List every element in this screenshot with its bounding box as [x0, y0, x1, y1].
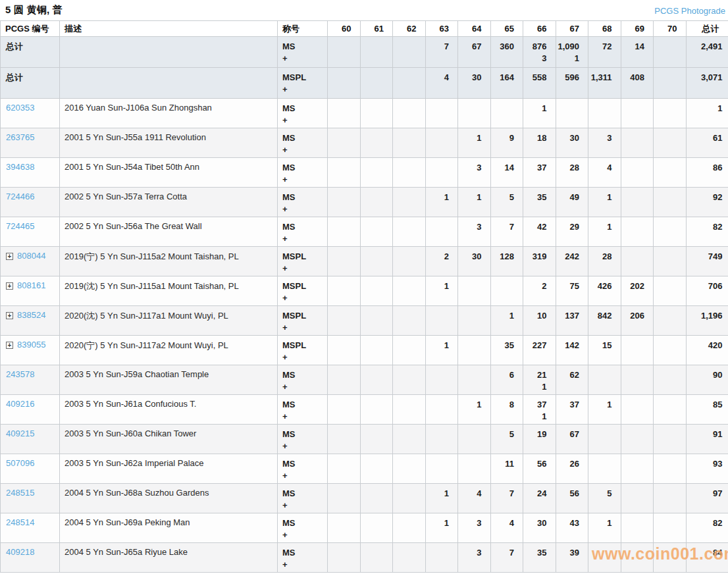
- grade-cell-64: 4: [458, 484, 491, 513]
- grade-cell-64: 3: [458, 217, 491, 247]
- grade-count: 30: [459, 72, 482, 84]
- grade-cell-63: 1: [425, 336, 458, 365]
- expand-icon[interactable]: +: [6, 312, 13, 319]
- designation-cell: MS+: [278, 99, 328, 128]
- designation-label: MS: [282, 132, 323, 144]
- grade-cell-61: [360, 217, 393, 247]
- grade-count: [394, 162, 417, 174]
- grade-cell-69: [621, 247, 654, 276]
- grade-count: 4: [459, 488, 482, 500]
- grade-count: [394, 41, 417, 53]
- designation-plus-label: +: [282, 411, 323, 423]
- grade-cell-70: [654, 306, 687, 336]
- total-cell: 91: [686, 425, 728, 454]
- expand-icon[interactable]: +: [6, 342, 13, 349]
- description-cell: 2020(宁) 5 Yn Sun-J117a2 Mount Wuyi, PL: [60, 336, 278, 365]
- grade-count: 1: [590, 399, 612, 411]
- pcgs-number-link[interactable]: 838524: [17, 310, 45, 320]
- header-designation: 称号: [278, 21, 328, 37]
- total-cell: 97: [686, 484, 728, 513]
- pcgs-number-link[interactable]: 409215: [6, 429, 34, 438]
- expand-icon[interactable]: +: [6, 253, 13, 260]
- grade-cell-61: [360, 68, 393, 99]
- designation-cell: MS+: [278, 395, 328, 425]
- pcgs-number-link[interactable]: 724466: [6, 192, 34, 201]
- grade-count: 426: [590, 280, 612, 292]
- designation-cell: MSPL+: [278, 276, 328, 306]
- designation-label: MSPL: [282, 340, 323, 352]
- grade-cell-70: [654, 188, 687, 217]
- grade-cell-63: 1: [425, 276, 458, 306]
- pcgs-number-link[interactable]: 507096: [6, 458, 34, 468]
- grade-count: 2: [427, 251, 450, 263]
- grade-count: [362, 369, 384, 381]
- pcgs-number-link[interactable]: 808044: [17, 251, 45, 261]
- designation-plus-label: +: [282, 559, 323, 571]
- grade-cell-66: 18: [523, 128, 556, 158]
- grade-cell-63: 1: [425, 484, 458, 513]
- pcgs-number-link[interactable]: 394638: [6, 162, 34, 172]
- grade-cell-68: [588, 99, 621, 128]
- grade-count: 56: [525, 458, 547, 470]
- grade-cell-64: [458, 306, 491, 336]
- pcgs-number-link[interactable]: 620353: [6, 103, 34, 113]
- description-cell: 2003 5 Yn Sun-J60a Chikan Tower: [60, 425, 278, 454]
- grade-count: [655, 488, 677, 500]
- pcgs-number-link[interactable]: 839055: [17, 340, 45, 350]
- grade-count: [329, 221, 351, 233]
- designation-label: MSPL: [282, 310, 323, 322]
- grade-cell-68: 3: [588, 128, 621, 158]
- pcgs-number-link[interactable]: 248514: [6, 517, 34, 527]
- designation-cell: MSPL+: [278, 306, 328, 336]
- grade-count: [590, 458, 612, 470]
- grade-count: 749: [688, 251, 723, 263]
- grade-cell-68: 4: [588, 158, 621, 188]
- grade-count: [362, 547, 384, 559]
- pcgs-photograde-link[interactable]: PCGS Photograde: [654, 6, 725, 16]
- pcgs-number-cell: 243578: [1, 365, 60, 395]
- pcgs-number-link[interactable]: 263765: [6, 132, 34, 142]
- grade-count: 1: [459, 399, 482, 411]
- grade-count: 1: [459, 132, 482, 144]
- grade-cell-66: 558: [523, 68, 556, 99]
- grade-count: [394, 132, 417, 144]
- grade-cell-69: [621, 454, 654, 484]
- grade-count: [623, 251, 645, 263]
- grade-count: [655, 340, 677, 352]
- header-grade-64: 64: [458, 21, 491, 37]
- grade-count: 408: [623, 72, 645, 84]
- grade-count: 26: [558, 458, 580, 470]
- grade-count: [427, 369, 450, 381]
- pcgs-number-link[interactable]: 724465: [6, 221, 34, 231]
- pcgs-number-link[interactable]: 248515: [6, 488, 34, 498]
- designation-cell: MS+: [278, 513, 328, 543]
- grade-cell-66: 37: [523, 158, 556, 188]
- description-cell: 2001 5 Yn Sun-J55a 1911 Revolution: [60, 128, 278, 158]
- grade-count: 7: [492, 221, 515, 233]
- grade-cell-63: [425, 365, 458, 395]
- grade-count: 4: [492, 517, 515, 529]
- pcgs-number-link[interactable]: 808161: [17, 280, 45, 290]
- pcgs-number-cell: 总计: [1, 68, 60, 99]
- designation-plus-label: +: [282, 174, 323, 186]
- grade-cell-62: [393, 188, 426, 217]
- pcgs-number-link[interactable]: 409218: [6, 547, 34, 557]
- designation-plus-label: +: [282, 233, 323, 245]
- grade-count: [329, 310, 351, 322]
- grade-cell-60: [328, 484, 361, 513]
- pcgs-number-cell: +808044: [1, 247, 60, 276]
- total-cell: 1: [686, 99, 728, 128]
- grade-count: [394, 103, 417, 115]
- expand-icon[interactable]: +: [6, 282, 13, 290]
- designation-cell: MS+: [278, 217, 328, 247]
- grade-count: 10: [525, 310, 547, 322]
- pcgs-number-link[interactable]: 243578: [6, 369, 34, 379]
- grade-count: 1: [427, 340, 450, 352]
- pcgs-number-link[interactable]: 409216: [6, 399, 34, 409]
- designation-label: MS: [282, 547, 323, 559]
- total-cell: 86: [686, 158, 728, 188]
- grade-cell-67: 1,0901: [556, 37, 588, 68]
- grade-count: 61: [688, 132, 723, 144]
- grade-count: 86: [688, 162, 723, 174]
- grade-cell-62: [393, 543, 426, 573]
